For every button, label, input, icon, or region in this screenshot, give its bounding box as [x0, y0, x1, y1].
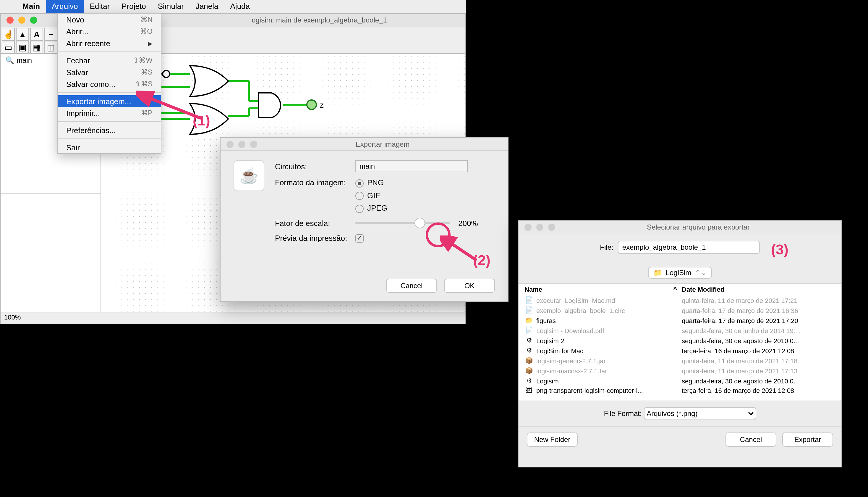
menu-projeto[interactable]: Projeto [116, 0, 152, 13]
new-folder-button[interactable]: New Folder [527, 432, 578, 447]
file-list-header[interactable]: Name ^ Date Modified [518, 283, 841, 295]
file-name: figuras [536, 317, 682, 324]
file-icon: ⚙ [525, 377, 534, 385]
folder-icon: 📁 [653, 269, 662, 277]
menu-item-label: Abrir recente [66, 39, 110, 48]
menu-item-label: Novo [66, 15, 84, 24]
menu-editar[interactable]: Editar [84, 0, 116, 13]
file-date: terça-feira, 16 de março de 2021 12:08 [682, 387, 836, 394]
menu-main[interactable]: Main [17, 0, 46, 13]
file-row: 📄executar_LogiSim_Mac.mdquinta-feira, 11… [518, 295, 841, 305]
select-tool[interactable]: ▲ [16, 28, 29, 41]
radio-gif[interactable] [355, 192, 364, 200]
zoom-level: 100% [4, 314, 21, 321]
file-icon: 📄 [525, 327, 534, 334]
radio-png[interactable] [355, 179, 364, 187]
save-panel: Selecionar arquivo para exportar File: 📁… [518, 220, 842, 467]
tool-4[interactable]: ⌐ [44, 28, 57, 41]
file-row: 📦logisim-generic-2.7.1.jarquinta-feira, … [518, 356, 841, 366]
menu-item[interactable]: Abrir recente▶ [58, 37, 161, 49]
close-icon[interactable] [226, 141, 234, 147]
file-icon: 📦 [525, 357, 534, 365]
menu-item[interactable]: Salvar⌘S [58, 66, 161, 78]
scale-label: Fator de escala: [275, 218, 355, 227]
arquivo-dropdown: Novo⌘NAbrir...⌘OAbrir recente▶Fechar⇧⌘WS… [57, 13, 161, 154]
file-date: quinta-feira, 11 de março de 2021 17:21 [682, 297, 836, 304]
preview-checkbox[interactable] [355, 235, 364, 243]
file-icon: 📄 [525, 296, 534, 304]
submenu-arrow-icon: ▶ [148, 40, 152, 46]
tool-6[interactable]: ▣ [16, 41, 29, 54]
file-date: quinta-feira, 11 de março de 2021 17:13 [682, 367, 836, 374]
tool-8[interactable]: ◫ [44, 41, 57, 54]
file-name: LogiSim for Mac [536, 347, 682, 354]
menu-item[interactable]: Sair [58, 141, 161, 153]
file-name-input[interactable] [618, 241, 760, 254]
menu-item[interactable]: Fechar⇧⌘W [58, 54, 161, 66]
file-row[interactable]: ⚙LogiSim for Macterça-feira, 16 de março… [518, 345, 841, 356]
file-row[interactable]: 🖼png-transparent-logisim-computer-i...te… [518, 386, 841, 395]
radio-gif-label: GIF [367, 191, 380, 200]
file-date: segunda-feira, 30 de agosto de 2010 0... [682, 377, 836, 384]
menu-item-label: Preferências... [66, 126, 116, 134]
file-format-select[interactable]: Arquivos (*.png) [644, 407, 756, 420]
svg-line-15 [448, 241, 476, 260]
menu-item[interactable]: Abrir...⌘O [58, 26, 161, 37]
menu-arquivo[interactable]: Arquivo [46, 0, 84, 13]
file-name: logisim-generic-2.7.1.jar [536, 357, 682, 364]
cancel-button[interactable]: Cancel [386, 279, 437, 293]
col-name: Name [525, 286, 542, 293]
text-tool[interactable]: A [30, 28, 43, 41]
sort-icon: ^ [673, 286, 677, 293]
close-icon[interactable] [6, 17, 14, 24]
folder-select[interactable]: 📁 LogiSim ⌃⌄ [648, 267, 712, 279]
zoom-icon[interactable] [30, 17, 37, 24]
annotation-label-1: (1) [193, 112, 210, 129]
menu-janela[interactable]: Janela [190, 0, 224, 13]
not-gate-bubble [163, 70, 170, 77]
circuits-select[interactable]: main [355, 160, 468, 172]
close-icon[interactable] [525, 224, 532, 231]
file-row: 📦logisim-macosx-2.7.1.tarquinta-feira, 1… [518, 366, 841, 376]
file-icon: 📁 [525, 316, 534, 324]
file-name: png-transparent-logisim-computer-i... [536, 387, 682, 394]
file-icon: 📄 [525, 307, 534, 314]
menu-shortcut: ⌘S [141, 68, 152, 76]
menu-item[interactable]: Salvar como...⇧⌘S [58, 78, 161, 90]
file-date: quinta-feira, 11 de março de 2021 17:18 [682, 357, 836, 364]
menu-shortcut: ⇧⌘S [135, 80, 152, 88]
menubar: Main Arquivo Editar Projeto Simular Jane… [0, 0, 466, 13]
file-row[interactable]: 📁figurasquarta-feira, 17 de março de 202… [518, 315, 841, 325]
file-date: segunda-feira, 30 de junho de 2014 19:..… [682, 327, 836, 334]
menu-simular[interactable]: Simular [152, 0, 190, 13]
annotation-label-2: (2) [473, 252, 490, 269]
export-button[interactable]: Exportar [782, 432, 833, 447]
file-row[interactable]: ⚙Logisim 2segunda-feira, 30 de agosto de… [518, 336, 841, 345]
radio-jpeg[interactable] [355, 204, 364, 213]
menu-item[interactable]: Novo⌘N [58, 14, 161, 26]
magnifier-icon: 🔍 [5, 56, 14, 65]
radio-png-label: PNG [367, 178, 384, 187]
file-list[interactable]: 📄executar_LogiSim_Mac.mdquinta-feira, 11… [518, 295, 841, 400]
and-gate [259, 93, 281, 118]
format-label: Formato da imagem: [275, 178, 355, 187]
file-name: exemplo_algebra_boole_1.circ [536, 307, 682, 314]
minimize-icon[interactable] [18, 17, 26, 24]
file-row[interactable]: ⚙Logisimsegunda-feira, 30 de agosto de 2… [518, 376, 841, 386]
file-date: quarta-feira, 17 de março de 2021 16:36 [682, 307, 836, 314]
cancel-button[interactable]: Cancel [725, 432, 776, 447]
menu-item-label: Abrir... [66, 27, 88, 36]
file-name: Logisim 2 [536, 337, 682, 344]
menu-item-label: Fechar [66, 56, 90, 65]
traffic-lights[interactable] [1, 17, 37, 24]
menu-item-label: Salvar como... [66, 80, 115, 88]
output-label: z [320, 101, 324, 110]
tool-5[interactable]: ▭ [2, 41, 15, 54]
poke-tool[interactable]: ☝ [2, 28, 15, 41]
tool-7[interactable]: ▦ [30, 41, 43, 54]
ok-button[interactable]: OK [444, 279, 495, 293]
menu-ajuda[interactable]: Ajuda [224, 0, 256, 13]
tree-item-label: main [17, 56, 32, 65]
menu-item-label: Imprimir... [66, 109, 100, 117]
output-pin [307, 100, 317, 110]
